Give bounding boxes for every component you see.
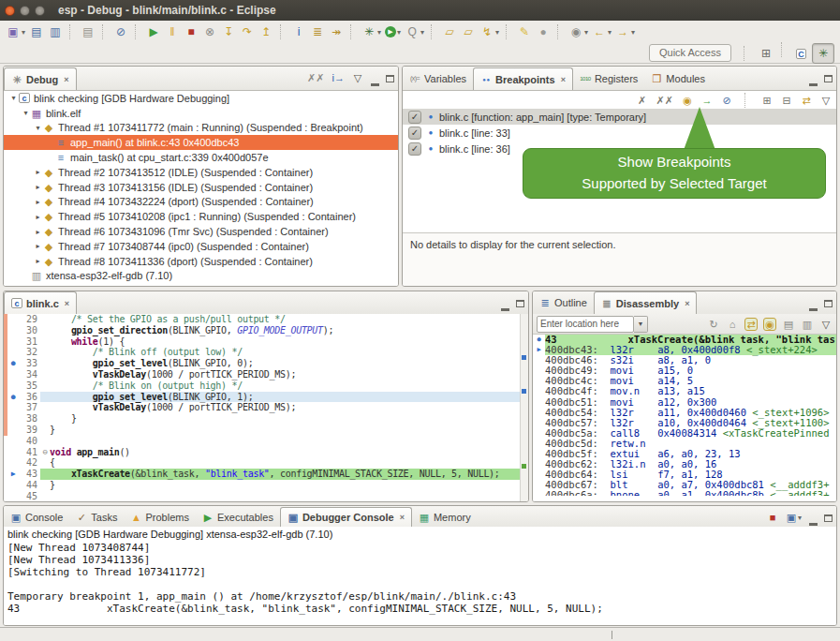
tab-memory[interactable]: ▦Memory [412,507,478,527]
minimize-button[interactable] [809,509,818,526]
refresh-icon[interactable]: ↻ [707,318,720,331]
remove-breakpoint-icon[interactable]: ✗ [636,94,649,107]
run-icon[interactable]: ▶▾ [383,22,403,41]
expander-icon[interactable]: ▾ [33,124,43,132]
location-input[interactable]: Enter location here [537,316,634,333]
code-line[interactable]: ▶43 xTaskCreate(&blink_task, "blink_task… [4,469,521,480]
expander-icon[interactable]: ▾ [21,109,31,117]
ruler-current-line-mark[interactable] [522,464,526,469]
expander-icon[interactable]: ▾ [8,94,19,102]
tree-row[interactable]: ▸◆Thread #6 1073431096 (Tmr Svc) (Suspen… [4,224,398,239]
breakpoint-row[interactable]: ✓●blink.c [function: app_main] [type: Te… [403,109,836,125]
expander-icon[interactable]: ▸ [33,213,43,221]
code-line[interactable]: 45 [4,491,521,501]
tree-row[interactable]: ▸◆Thread #4 1073432224 (dport) (Suspende… [4,195,398,210]
tree-row[interactable]: ▾◆Thread #1 1073411772 (main : Running) … [4,121,398,136]
disasm-row[interactable]: 400dbc6a: bnone a0, a1, 0x400dbc8b <__ad… [533,490,836,496]
expand-all-icon[interactable]: ⊞ [760,94,774,107]
code-line[interactable]: 32 /* Blink off (output low) */ [4,347,521,358]
open-new-view-icon[interactable]: ▤ [782,318,795,331]
code-editor[interactable]: 29 /* Set the GPIO as a push/pull output… [4,314,521,501]
expander-icon[interactable]: ▸ [33,168,43,176]
tab-tasks[interactable]: ✓Tasks [69,507,124,527]
skip-all-breakpoints-icon[interactable]: ⊘ [111,22,130,41]
skip-all-breakpoints-icon[interactable]: ⊘ [720,94,733,107]
pin-view-icon[interactable]: ▥ [801,318,814,331]
save-all-icon[interactable]: ▥ [46,22,65,41]
expander-icon[interactable]: ▸ [33,242,43,250]
expander-icon[interactable]: ▸ [33,228,43,236]
code-line[interactable]: 40 [4,436,521,447]
code-line[interactable]: 29 /* Set the GPIO as a push/pull output… [4,314,521,325]
tree-row[interactable]: ≡app_main() at blink.c:43 0x400dbc43 [4,135,398,150]
instruction-stepping-mode-icon[interactable]: i→ [332,71,346,84]
open-resource-icon[interactable]: ▱ [459,22,478,41]
home-icon[interactable]: ⌂ [726,318,739,331]
debug-tree[interactable]: ▾cblink checking [GDB Hardware Debugging… [4,91,398,286]
pin-editor-icon[interactable]: ◉▾ [567,22,590,41]
new-wizard-icon[interactable]: ▣▾ [4,22,27,41]
maximize-button[interactable] [824,69,833,86]
code-line[interactable]: 38 } [4,413,521,425]
instruction-pointer-icon[interactable]: ▶ [7,469,19,480]
link-with-debug-icon[interactable]: ⇄ [800,94,813,107]
view-menu-icon[interactable]: ▽ [819,318,833,331]
show-supported-breakpoints-icon[interactable]: ◉ [681,94,694,107]
back-icon[interactable]: ←▾ [590,22,613,41]
tab-disassembly[interactable]: ≣Disassembly× [594,291,698,314]
tab-debugger-console[interactable]: ▣Debugger Console× [280,507,412,527]
tab-outline[interactable]: ≣Outline [533,291,594,314]
collapse-all-icon[interactable]: ⊟ [780,94,793,107]
open-element-icon[interactable]: ▱ [440,22,459,41]
code-line[interactable]: 39} [4,425,521,436]
location-dropdown-icon[interactable]: ▼ [634,316,648,333]
window-maximize-button[interactable] [35,6,45,16]
console-output[interactable]: blink checking [GDB Hardware Debugging] … [4,527,836,625]
minimize-button[interactable] [371,69,379,86]
tree-row[interactable]: ▸◆Thread #7 1073408744 (ipc0) (Suspended… [4,239,398,254]
remove-all-breakpoints-icon[interactable]: ✗✗ [656,94,674,107]
close-icon[interactable]: × [64,75,68,84]
tab-executables[interactable]: ▶Executables [196,507,280,527]
display-console-icon[interactable]: ▣▾ [785,511,803,524]
minimize-button[interactable] [809,69,818,86]
code-line[interactable]: 41⊖void app_main() [4,447,521,458]
instruction-stepping-icon[interactable]: i [289,22,308,41]
debug-perspective-icon[interactable]: ✳ [812,43,834,64]
tree-row[interactable]: ▸◆Thread #8 1073411336 (dport) (Suspende… [4,254,398,269]
expander-icon[interactable]: ▸ [33,257,43,265]
disassembly-listing[interactable]: ●43 xTaskCreate(&blink_task, "blink_tas▶… [533,335,836,501]
maximize-button[interactable] [516,294,524,311]
window-minimize-button[interactable] [20,6,30,16]
tab-variables[interactable]: (x)=Variables [403,67,473,90]
step-over-icon[interactable]: ↷ [238,22,257,41]
window-close-button[interactable] [5,6,15,16]
print-icon[interactable]: ▤ [79,22,97,41]
step-return-icon[interactable]: ↥ [257,22,275,41]
code-line[interactable]: 34 vTaskDelay(1000 / portTICK_PERIOD_MS)… [4,369,521,380]
resume-icon[interactable]: ▶ [144,22,163,41]
code-line[interactable]: 30 gpio_set_direction(BLINK_GPIO, GPIO_M… [4,325,521,336]
tab-blink-c[interactable]: cblink.c× [4,291,77,314]
breakpoint-checkbox[interactable]: ✓ [408,111,421,124]
close-icon[interactable]: × [685,299,689,308]
maximize-button[interactable] [824,509,833,526]
breakpoint-checkbox[interactable]: ✓ [408,127,421,140]
tab-console[interactable]: ▣Console [4,507,69,527]
tree-row[interactable]: ▸◆Thread #2 1073413512 (IDLE) (Suspended… [4,165,398,180]
suspend-icon[interactable]: ‖ [163,22,182,41]
tree-row[interactable]: ▾cblink checking [GDB Hardware Debugging… [4,91,398,106]
maximize-button[interactable] [386,69,394,86]
tree-row[interactable]: ▥xtensa-esp32-elf-gdb (7.10) [4,269,398,284]
tree-row[interactable]: ≡main_task() at cpu_start.c:339 0x400d05… [4,150,398,165]
quick-access-button[interactable]: Quick Access [649,44,731,62]
link-active-context-icon[interactable]: ⇄ [744,318,758,331]
disconnect-icon[interactable]: ⊗ [200,22,219,41]
external-tools-icon[interactable]: ↯▾ [478,22,501,41]
breakpoint-icon[interactable]: ● [7,358,19,369]
tree-row[interactable]: ▸◆Thread #3 1073413156 (IDLE) (Suspended… [4,180,398,195]
tab-debug[interactable]: ✳Debug× [4,67,77,90]
sync-selection-icon[interactable]: ◉ [763,318,776,331]
mark-occurrences-icon[interactable]: ● [534,22,553,41]
code-line[interactable]: 44} [4,480,521,491]
